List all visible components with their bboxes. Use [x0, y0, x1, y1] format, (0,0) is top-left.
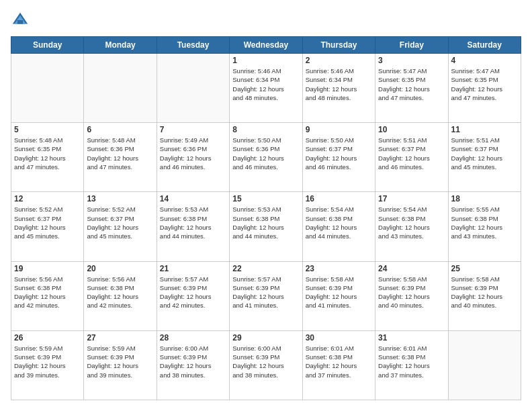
- day-info: Sunrise: 5:48 AM Sunset: 6:36 PM Dayligh…: [87, 136, 153, 171]
- logo: [11, 11, 32, 30]
- day-number: 17: [378, 194, 445, 203]
- calendar-cell: 12Sunrise: 5:52 AM Sunset: 6:37 PM Dayli…: [11, 192, 84, 261]
- day-info: Sunrise: 5:56 AM Sunset: 6:38 PM Dayligh…: [87, 275, 153, 310]
- calendar-day-header: Tuesday: [157, 37, 229, 54]
- calendar-cell: 16Sunrise: 5:54 AM Sunset: 6:38 PM Dayli…: [302, 192, 375, 261]
- day-number: 11: [451, 125, 518, 134]
- day-info: Sunrise: 6:01 AM Sunset: 6:38 PM Dayligh…: [378, 344, 445, 379]
- day-number: 21: [160, 264, 226, 273]
- svg-rect-2: [17, 20, 23, 24]
- day-number: 9: [306, 125, 372, 134]
- calendar-cell: [448, 330, 521, 400]
- calendar-header-row: SundayMondayTuesdayWednesdayThursdayFrid…: [11, 37, 521, 54]
- calendar-week-row: 1Sunrise: 5:46 AM Sunset: 6:34 PM Daylig…: [11, 54, 521, 123]
- day-number: 18: [451, 194, 518, 203]
- calendar-cell: 8Sunrise: 5:50 AM Sunset: 6:36 PM Daylig…: [230, 123, 302, 192]
- calendar-cell: 9Sunrise: 5:50 AM Sunset: 6:37 PM Daylig…: [302, 123, 375, 192]
- calendar-cell: 25Sunrise: 5:58 AM Sunset: 6:39 PM Dayli…: [448, 261, 521, 330]
- day-number: 12: [14, 194, 81, 203]
- day-info: Sunrise: 5:56 AM Sunset: 6:38 PM Dayligh…: [14, 275, 81, 310]
- logo-icon: [11, 11, 30, 30]
- day-info: Sunrise: 5:52 AM Sunset: 6:37 PM Dayligh…: [87, 205, 153, 240]
- day-number: 3: [378, 56, 445, 65]
- day-info: Sunrise: 5:50 AM Sunset: 6:37 PM Dayligh…: [306, 136, 372, 171]
- calendar-cell: [84, 54, 157, 123]
- calendar-week-row: 26Sunrise: 5:59 AM Sunset: 6:39 PM Dayli…: [11, 330, 521, 400]
- day-number: 6: [87, 125, 153, 134]
- calendar-cell: 30Sunrise: 6:01 AM Sunset: 6:38 PM Dayli…: [302, 330, 375, 400]
- day-number: 15: [232, 194, 299, 203]
- day-number: 23: [306, 264, 372, 273]
- day-number: 4: [451, 56, 518, 65]
- day-number: 27: [87, 333, 153, 342]
- calendar-week-row: 19Sunrise: 5:56 AM Sunset: 6:38 PM Dayli…: [11, 261, 521, 330]
- day-info: Sunrise: 5:54 AM Sunset: 6:38 PM Dayligh…: [306, 205, 372, 240]
- day-info: Sunrise: 5:48 AM Sunset: 6:35 PM Dayligh…: [14, 136, 81, 171]
- day-info: Sunrise: 5:55 AM Sunset: 6:38 PM Dayligh…: [451, 205, 518, 240]
- day-info: Sunrise: 5:51 AM Sunset: 6:37 PM Dayligh…: [378, 136, 445, 171]
- day-info: Sunrise: 5:57 AM Sunset: 6:39 PM Dayligh…: [160, 275, 226, 310]
- day-info: Sunrise: 5:47 AM Sunset: 6:35 PM Dayligh…: [451, 66, 518, 102]
- calendar-cell: 24Sunrise: 5:58 AM Sunset: 6:39 PM Dayli…: [375, 261, 448, 330]
- day-info: Sunrise: 5:57 AM Sunset: 6:39 PM Dayligh…: [232, 275, 299, 310]
- day-info: Sunrise: 5:51 AM Sunset: 6:37 PM Dayligh…: [451, 136, 518, 171]
- day-info: Sunrise: 5:47 AM Sunset: 6:35 PM Dayligh…: [378, 66, 445, 102]
- day-info: Sunrise: 5:59 AM Sunset: 6:39 PM Dayligh…: [87, 344, 153, 379]
- calendar-cell: [11, 54, 84, 123]
- day-info: Sunrise: 5:46 AM Sunset: 6:34 PM Dayligh…: [232, 66, 299, 102]
- calendar-cell: [157, 54, 229, 123]
- day-number: 24: [378, 264, 445, 273]
- calendar-cell: 13Sunrise: 5:52 AM Sunset: 6:37 PM Dayli…: [84, 192, 157, 261]
- calendar-cell: 4Sunrise: 5:47 AM Sunset: 6:35 PM Daylig…: [448, 54, 521, 123]
- calendar-day-header: Saturday: [448, 37, 521, 54]
- calendar-cell: 31Sunrise: 6:01 AM Sunset: 6:38 PM Dayli…: [375, 330, 448, 400]
- day-number: 7: [160, 125, 226, 134]
- day-info: Sunrise: 6:01 AM Sunset: 6:38 PM Dayligh…: [306, 344, 372, 379]
- day-info: Sunrise: 5:54 AM Sunset: 6:38 PM Dayligh…: [378, 205, 445, 240]
- day-info: Sunrise: 5:49 AM Sunset: 6:36 PM Dayligh…: [160, 136, 226, 171]
- calendar-cell: 5Sunrise: 5:48 AM Sunset: 6:35 PM Daylig…: [11, 123, 84, 192]
- day-number: 30: [306, 333, 372, 342]
- calendar-cell: 28Sunrise: 6:00 AM Sunset: 6:39 PM Dayli…: [157, 330, 229, 400]
- day-number: 26: [14, 333, 81, 342]
- calendar-cell: 23Sunrise: 5:58 AM Sunset: 6:39 PM Dayli…: [302, 261, 375, 330]
- calendar-week-row: 5Sunrise: 5:48 AM Sunset: 6:35 PM Daylig…: [11, 123, 521, 192]
- calendar-day-header: Monday: [84, 37, 157, 54]
- calendar-day-header: Thursday: [302, 37, 375, 54]
- day-number: 22: [232, 264, 299, 273]
- calendar-day-header: Sunday: [11, 37, 84, 54]
- day-number: 1: [232, 56, 299, 65]
- calendar-cell: 22Sunrise: 5:57 AM Sunset: 6:39 PM Dayli…: [230, 261, 302, 330]
- day-number: 29: [232, 333, 299, 342]
- calendar-cell: 19Sunrise: 5:56 AM Sunset: 6:38 PM Dayli…: [11, 261, 84, 330]
- day-info: Sunrise: 5:59 AM Sunset: 6:39 PM Dayligh…: [14, 344, 81, 379]
- day-number: 2: [306, 56, 372, 65]
- calendar-cell: 20Sunrise: 5:56 AM Sunset: 6:38 PM Dayli…: [84, 261, 157, 330]
- day-number: 16: [306, 194, 372, 203]
- calendar-week-row: 12Sunrise: 5:52 AM Sunset: 6:37 PM Dayli…: [11, 192, 521, 261]
- day-number: 8: [232, 125, 299, 134]
- calendar-cell: 26Sunrise: 5:59 AM Sunset: 6:39 PM Dayli…: [11, 330, 84, 400]
- day-info: Sunrise: 5:58 AM Sunset: 6:39 PM Dayligh…: [378, 275, 445, 310]
- day-number: 10: [378, 125, 445, 134]
- calendar-day-header: Wednesday: [230, 37, 302, 54]
- calendar-cell: 29Sunrise: 6:00 AM Sunset: 6:39 PM Dayli…: [230, 330, 302, 400]
- calendar-cell: 6Sunrise: 5:48 AM Sunset: 6:36 PM Daylig…: [84, 123, 157, 192]
- day-number: 20: [87, 264, 153, 273]
- calendar-cell: 10Sunrise: 5:51 AM Sunset: 6:37 PM Dayli…: [375, 123, 448, 192]
- day-info: Sunrise: 5:58 AM Sunset: 6:39 PM Dayligh…: [451, 275, 518, 310]
- day-number: 14: [160, 194, 226, 203]
- calendar-cell: 27Sunrise: 5:59 AM Sunset: 6:39 PM Dayli…: [84, 330, 157, 400]
- day-info: Sunrise: 5:53 AM Sunset: 6:38 PM Dayligh…: [232, 205, 299, 240]
- calendar-cell: 3Sunrise: 5:47 AM Sunset: 6:35 PM Daylig…: [375, 54, 448, 123]
- calendar-table: SundayMondayTuesdayWednesdayThursdayFrid…: [11, 36, 521, 400]
- day-info: Sunrise: 5:46 AM Sunset: 6:34 PM Dayligh…: [306, 66, 372, 102]
- calendar-cell: 15Sunrise: 5:53 AM Sunset: 6:38 PM Dayli…: [230, 192, 302, 261]
- calendar-cell: 21Sunrise: 5:57 AM Sunset: 6:39 PM Dayli…: [157, 261, 229, 330]
- day-info: Sunrise: 6:00 AM Sunset: 6:39 PM Dayligh…: [160, 344, 226, 379]
- day-info: Sunrise: 5:58 AM Sunset: 6:39 PM Dayligh…: [306, 275, 372, 310]
- header: [11, 11, 521, 30]
- day-info: Sunrise: 5:53 AM Sunset: 6:38 PM Dayligh…: [160, 205, 226, 240]
- page: SundayMondayTuesdayWednesdayThursdayFrid…: [0, 0, 532, 411]
- day-number: 28: [160, 333, 226, 342]
